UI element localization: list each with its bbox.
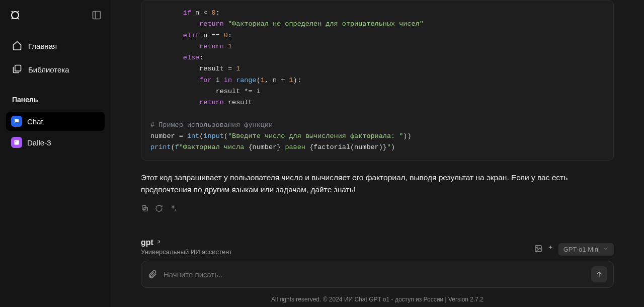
- content-scroll[interactable]: if n < 0: return "Факториал не определен…: [111, 0, 644, 238]
- svg-rect-5: [93, 12, 101, 19]
- svg-point-9: [16, 141, 17, 142]
- home-icon: [12, 40, 22, 52]
- svg-rect-8: [15, 140, 19, 145]
- assistant-message: Этот код запрашивает у пользователя числ…: [141, 172, 614, 195]
- code-block: if n < 0: return "Факториал не определен…: [141, 0, 614, 161]
- svg-line-2: [18, 11, 19, 12]
- send-button[interactable]: [591, 266, 607, 282]
- model-name: GPT-o1 Mini: [564, 246, 600, 253]
- sidebar-header: [6, 9, 105, 21]
- panel-label: Dalle-3: [27, 138, 51, 147]
- image-icon: [11, 137, 22, 148]
- svg-point-13: [536, 247, 538, 248]
- attachment-icon[interactable]: [147, 269, 157, 279]
- composer-controls: GPT-o1 Mini: [534, 243, 614, 256]
- panel-label: Chat: [27, 117, 43, 126]
- nav-label: Главная: [28, 42, 57, 50]
- composer-header: gpt Универсальный ИИ ассистент GPT-o1 Mi…: [141, 238, 614, 256]
- app-logo: [9, 9, 21, 21]
- panel-dalle[interactable]: Dalle-3: [6, 133, 105, 152]
- footer-text: All rights reserved. © 2024 ИИ Chat GPT …: [111, 291, 644, 307]
- main-area: if n < 0: return "Факториал не определен…: [111, 0, 644, 307]
- panel-section-label: Панель: [6, 92, 105, 108]
- chevron-down-icon: [603, 246, 609, 253]
- svg-rect-7: [15, 65, 21, 71]
- svg-line-4: [18, 18, 19, 19]
- nav-label: Библиотека: [28, 65, 69, 74]
- copy-icon[interactable]: [141, 204, 149, 212]
- panel-chat[interactable]: Chat: [6, 112, 105, 131]
- composer: gpt Универсальный ИИ ассистент GPT-o1 Mi…: [111, 238, 644, 291]
- enhance-icon[interactable]: [546, 245, 554, 255]
- message-input[interactable]: [164, 270, 585, 279]
- svg-line-3: [12, 18, 13, 19]
- input-row: [141, 261, 614, 288]
- assistant-info: gpt Универсальный ИИ ассистент: [141, 238, 232, 256]
- image-mode-icon[interactable]: [534, 245, 542, 255]
- assistant-title: gpt: [141, 238, 153, 247]
- library-icon: [12, 64, 22, 75]
- message-actions: [141, 204, 614, 212]
- sidebar: Главная Библиотека Панель Chat Dalle-3: [0, 0, 111, 307]
- nav-library[interactable]: Библиотека: [6, 59, 105, 81]
- chat-icon: [11, 116, 22, 127]
- model-selector[interactable]: GPT-o1 Mini: [558, 243, 614, 256]
- external-link-icon[interactable]: [155, 238, 162, 247]
- svg-line-1: [12, 11, 13, 12]
- regenerate-icon[interactable]: [155, 204, 163, 212]
- assistant-subtitle: Универсальный ИИ ассистент: [141, 248, 232, 256]
- nav-home[interactable]: Главная: [6, 35, 105, 57]
- svg-point-0: [12, 12, 19, 19]
- sparkle-icon[interactable]: [169, 204, 177, 212]
- sidebar-collapse-button[interactable]: [92, 10, 102, 20]
